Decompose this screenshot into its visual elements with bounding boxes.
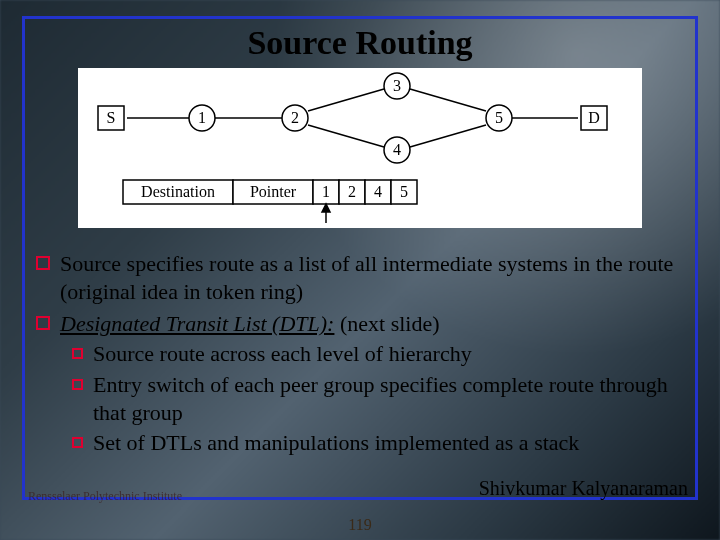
bullet-marker-icon bbox=[36, 316, 50, 330]
node-4-label: 4 bbox=[393, 141, 401, 158]
bullet-2-emph: Designated Transit List (DTL): bbox=[60, 311, 334, 336]
node-2-label: 2 bbox=[291, 109, 299, 126]
node-3-label: 3 bbox=[393, 77, 401, 94]
bullet-marker-icon bbox=[72, 437, 83, 448]
bullet-marker-icon bbox=[36, 256, 50, 270]
svg-line-2 bbox=[308, 89, 384, 111]
bullet-1: Source specifies route as a list of all … bbox=[36, 250, 684, 306]
slide-title: Source Routing bbox=[0, 24, 720, 62]
bullet-1-text: Source specifies route as a list of all … bbox=[60, 250, 684, 306]
node-d-label: D bbox=[588, 109, 600, 126]
svg-line-5 bbox=[410, 125, 486, 147]
footer-institute: Rensselaer Polytechnic Institute bbox=[28, 489, 182, 504]
bullet-2a: Source route across each level of hierar… bbox=[72, 340, 684, 368]
hdr-4: 4 bbox=[374, 183, 382, 200]
hdr-5: 5 bbox=[400, 183, 408, 200]
hdr-1: 1 bbox=[322, 183, 330, 200]
bullet-2c: Set of DTLs and manipulations implemente… bbox=[72, 429, 684, 457]
bullet-2a-text: Source route across each level of hierar… bbox=[93, 340, 684, 368]
hdr-2: 2 bbox=[348, 183, 356, 200]
bullet-2b: Entry switch of each peer group specifie… bbox=[72, 371, 684, 427]
bullet-2: Designated Transit List (DTL): (next sli… bbox=[36, 310, 684, 338]
hdr-pointer: Pointer bbox=[250, 183, 297, 200]
svg-line-4 bbox=[410, 89, 486, 111]
node-s-label: S bbox=[107, 109, 116, 126]
node-5-label: 5 bbox=[495, 109, 503, 126]
bullet-marker-icon bbox=[72, 379, 83, 390]
bullet-marker-icon bbox=[72, 348, 83, 359]
hdr-destination: Destination bbox=[141, 183, 215, 200]
bullet-2-text: Designated Transit List (DTL): (next sli… bbox=[60, 310, 684, 338]
page-number: 119 bbox=[348, 516, 371, 534]
svg-marker-21 bbox=[322, 204, 330, 212]
svg-line-3 bbox=[308, 125, 384, 147]
node-1-label: 1 bbox=[198, 109, 206, 126]
bullet-2-tail: (next slide) bbox=[334, 311, 439, 336]
bullet-list: Source specifies route as a list of all … bbox=[36, 246, 684, 457]
bullet-2b-text: Entry switch of each peer group specifie… bbox=[93, 371, 684, 427]
routing-diagram: S 1 2 3 4 5 D Destination Pointer 1 2 bbox=[78, 68, 642, 228]
bullet-2c-text: Set of DTLs and manipulations implemente… bbox=[93, 429, 684, 457]
footer-author: Shivkumar Kalyanaraman bbox=[479, 477, 688, 500]
